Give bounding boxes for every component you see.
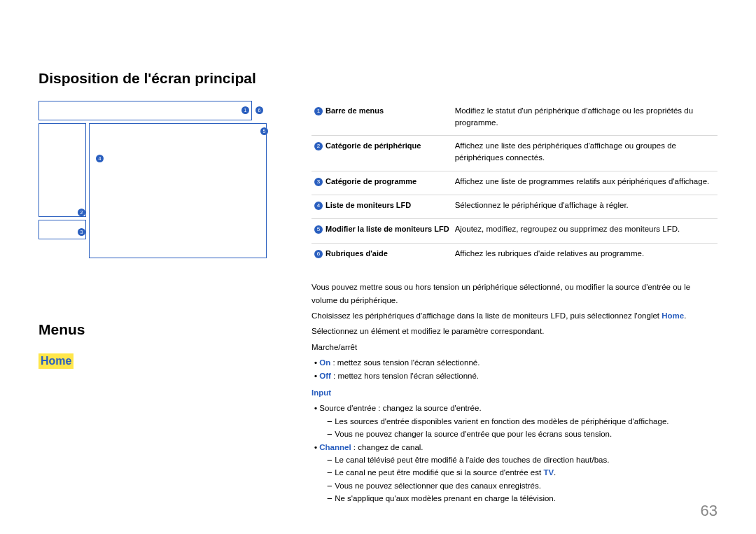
legend-label-5: Modifier la liste de moniteurs LFD (326, 225, 449, 233)
legend-label-2: Catégorie de périphérique (326, 141, 421, 150)
legend-desc-1: Modifiez le statut d'un périphérique d'a… (452, 101, 718, 136)
legend-desc-4: Sélectionnez le périphérique d'affichage… (452, 195, 718, 219)
source-item: Source d'entrée : changez la source d'en… (323, 402, 718, 440)
page-title: Disposition de l'écran principal (38, 70, 718, 87)
source-note-1: Les sources d'entrée disponibles varient… (340, 415, 718, 428)
diagram-marker-6: 6 (255, 106, 263, 114)
diagram-marker-1: 1 (241, 106, 249, 114)
legend-num-1: 1 (314, 107, 323, 115)
legend-row-6: 6Rubriques d'aide Affichez les rubriques… (312, 243, 718, 267)
legend-label-1: Barre de menus (326, 106, 384, 115)
page-number: 63 (701, 502, 718, 520)
home-link-text: Home (662, 311, 684, 320)
legend-label-3: Catégorie de programme (326, 177, 416, 185)
legend-num-3: 3 (314, 178, 323, 186)
legend-row-2: 2Catégorie de périphérique Affichez une … (312, 136, 718, 171)
diagram-marker-5: 5 (260, 127, 268, 135)
diagram-box-menubar (38, 101, 252, 120)
legend-row-5: 5Modifier la liste de moniteurs LFD Ajou… (312, 219, 718, 243)
diagram-marker-3: 3 (78, 228, 85, 236)
select-paragraph: Sélectionnez un élément et modifiez le p… (312, 325, 718, 337)
content-body: Vous pouvez mettre sous ou hors tension … (312, 281, 718, 505)
channel-note-3: Vous ne pouvez sélectionner que des cana… (340, 479, 718, 492)
legend-row-4: 4Liste de moniteurs LFD Sélectionnez le … (312, 195, 718, 219)
legend-row-3: 3Catégorie de programme Affichez une lis… (312, 171, 718, 195)
layout-diagram: 1 6 5 4 2 3 (38, 101, 270, 258)
legend-desc-3: Affichez une liste de programmes relatif… (452, 171, 718, 195)
legend-num-5: 5 (314, 225, 323, 234)
legend-num-2: 2 (314, 142, 323, 150)
legend-desc-6: Affichez les rubriques d'aide relatives … (452, 243, 718, 267)
choose-paragraph: Choisissez les périphériques d'affichage… (312, 309, 718, 322)
channel-item: Channel : changez de canal. Le canal tél… (323, 441, 718, 505)
legend-label-4: Liste de moniteurs LFD (326, 201, 411, 209)
menus-heading: Menus (38, 321, 270, 338)
diagram-box-device-category (38, 123, 86, 217)
intro-paragraph: Vous pouvez mettre sous ou hors tension … (312, 281, 718, 307)
diagram-marker-2: 2 (78, 209, 85, 216)
home-heading-highlighted: Home (38, 353, 74, 369)
legend-num-6: 6 (314, 250, 323, 258)
legend-label-6: Rubriques d'aide (326, 249, 388, 258)
diagram-marker-4: 4 (96, 155, 104, 162)
channel-note-2: Le canal ne peut être modifié que si la … (340, 466, 718, 479)
legend-desc-2: Affichez une liste des périphériques d'a… (452, 136, 718, 171)
on-item: On : mettez sous tension l'écran sélecti… (323, 356, 718, 369)
source-note-2: Vous ne pouvez changer la source d'entré… (340, 428, 718, 440)
legend-desc-5: Ajoutez, modifiez, regroupez ou supprime… (452, 219, 718, 243)
diagram-box-main (89, 123, 267, 258)
channel-note-1: Le canal télévisé peut être modifié à l'… (340, 454, 718, 466)
legend-table: 1Barre de menus Modifiez le statut d'un … (312, 101, 718, 267)
input-heading: Input (312, 386, 718, 399)
legend-row-1: 1Barre de menus Modifiez le statut d'un … (312, 101, 718, 136)
power-label: Marche/arrêt (312, 341, 718, 353)
channel-note-4: Ne s'applique qu'aux modèles prenant en … (340, 492, 718, 505)
legend-num-4: 4 (314, 202, 323, 210)
off-item: Off : mettez hors tension l'écran sélect… (323, 370, 718, 382)
